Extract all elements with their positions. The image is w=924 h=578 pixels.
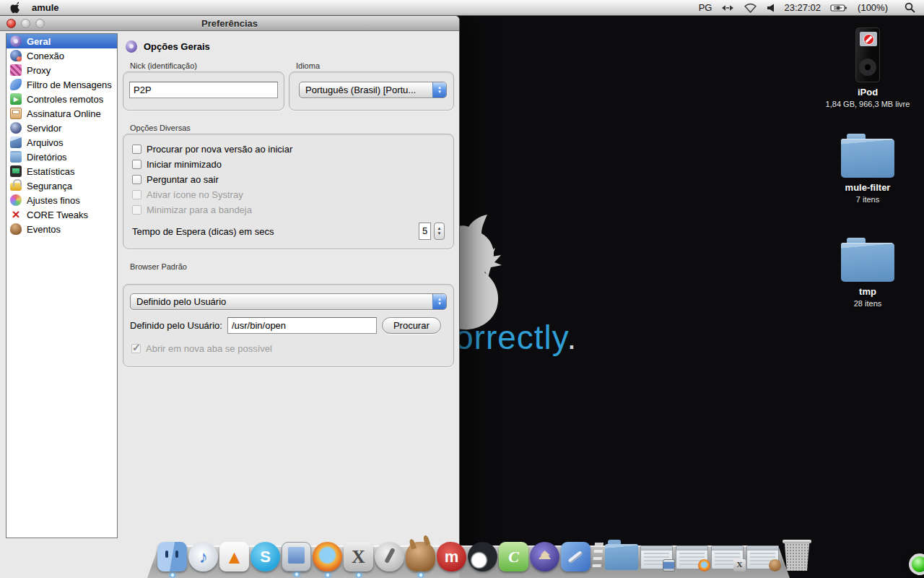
checkbox-row[interactable]: Iniciar minimizado	[132, 158, 446, 170]
proxy-icon	[10, 64, 22, 76]
custom-browser-label: Definido pelo Usuário:	[130, 320, 222, 331]
sidebar-item-label: Arquivos	[27, 137, 64, 148]
checkbox-row[interactable]: Perguntar ao sair	[132, 173, 446, 185]
desktop-icon-sublabel: 1,84 GB, 966,3 MB livre	[817, 100, 918, 108]
connection-icon	[10, 50, 22, 61]
apple-logo-icon	[10, 1, 20, 14]
titlebar[interactable]: Preferências	[0, 16, 459, 31]
sidebar-item-eventos[interactable]: Eventos	[6, 222, 117, 236]
stepper-arrows[interactable]: ▲▼	[434, 223, 445, 240]
apple-menu[interactable]	[10, 1, 20, 14]
checkbox-label: Minimizar para a bandeja	[147, 204, 252, 215]
language-popup[interactable]: Português (Brasil) [Portu... ▲▼	[299, 82, 447, 98]
amule-badge-icon	[769, 559, 781, 571]
amule-icon[interactable]	[406, 542, 435, 571]
vlc-cone-glyph: ▲	[225, 550, 244, 564]
fugu-icon[interactable]	[468, 542, 497, 571]
menubar-app-name[interactable]: amule	[32, 2, 59, 13]
sidebar-item-controles-remotos[interactable]: Controles remotos	[6, 92, 117, 106]
sidebar-item-proxy[interactable]: Proxy	[6, 63, 117, 77]
miro-icon[interactable]: m	[437, 542, 466, 571]
no-entry-icon	[863, 34, 874, 45]
minimized-window[interactable]	[676, 545, 708, 569]
palm-device-icon[interactable]	[282, 542, 311, 571]
checkbox-label: Procurar por nova versão ao iniciar	[147, 144, 292, 155]
palm-device-badge-icon	[663, 559, 675, 571]
dock-folder-icon[interactable]	[605, 544, 638, 570]
sidebar-item-core-tweaks[interactable]: CORE Tweaks	[6, 207, 117, 222]
folder-icon[interactable]	[841, 243, 894, 282]
transmission-icon[interactable]	[375, 542, 404, 571]
firefox-icon[interactable]	[313, 542, 342, 571]
nick-group-label: Nick (identificação)	[130, 61, 284, 70]
desktop-icon-mule-filter[interactable]: mule-filter 7 itens	[817, 139, 918, 204]
sidebar-item-diretorios[interactable]: Diretórios	[6, 150, 117, 164]
checkbox-row-disabled: Ativar ícone no Systray	[132, 189, 446, 200]
sidebar-item-label: Proxy	[27, 65, 51, 76]
minimized-window[interactable]	[746, 545, 779, 569]
airport-off-icon[interactable]	[744, 3, 757, 13]
input-source-menu[interactable]: PG	[699, 2, 712, 13]
xchat-icon[interactable]: X	[344, 542, 373, 571]
checkbox[interactable]	[132, 144, 141, 154]
browser-popup[interactable]: Definido pelo Usuário ▲▼	[130, 293, 447, 310]
ipod-icon[interactable]	[855, 27, 880, 82]
desktop-icon-label: iPod	[817, 87, 918, 98]
custom-browser-input[interactable]	[227, 317, 377, 334]
vlc-icon[interactable]: ▲	[219, 542, 249, 571]
running-indicator	[324, 573, 331, 577]
battery-percentage: (100%)	[858, 2, 888, 13]
spotlight-icon[interactable]	[905, 2, 915, 13]
browse-button[interactable]: Procurar	[382, 317, 441, 334]
core-tweaks-icon	[10, 209, 22, 220]
checkbox[interactable]	[132, 160, 141, 169]
x11-badge-icon: X	[733, 559, 746, 571]
checkbox-row[interactable]: Procurar por nova versão ao iniciar	[132, 143, 446, 155]
sidebar-item-conexao[interactable]: Conexão	[6, 48, 117, 63]
sidebar-item-assinatura-online[interactable]: Assinatura Online	[6, 106, 117, 121]
trash-icon[interactable]	[783, 540, 811, 571]
sidebar-item-label: Servidor	[27, 123, 61, 134]
checkbox-label: Iniciar minimizado	[147, 159, 222, 170]
itunes-icon[interactable]: ♪	[188, 542, 218, 571]
message-filter-icon	[10, 79, 22, 90]
sidebar-item-filtro-de-mensagens[interactable]: Filtro de Mensagens	[6, 77, 117, 92]
tooltip-delay-label: Tempo de Espera (dicas) em secs	[132, 226, 274, 237]
sidebar-item-ajustes-finos[interactable]: Ajustes finos	[6, 193, 117, 207]
wallpaper-text-blue: orrectly	[455, 319, 567, 356]
checkbox[interactable]	[132, 175, 141, 184]
close-button[interactable]	[6, 19, 16, 28]
volume-icon[interactable]	[767, 3, 775, 13]
xcode-icon[interactable]	[561, 542, 590, 571]
popup-arrows-icon: ▲▼	[432, 294, 446, 309]
keyboard-arrows-icon[interactable]	[721, 3, 734, 13]
sidebar-item-seguranca[interactable]: Segurança	[6, 178, 117, 193]
sidebar-item-geral[interactable]: Geral	[6, 34, 117, 48]
running-indicator	[417, 573, 424, 577]
desktop-icon-tmp[interactable]: tmp 28 itens	[817, 243, 918, 308]
minimized-window[interactable]	[640, 545, 673, 569]
coteditor-icon[interactable]: C	[499, 542, 528, 571]
checkbox-label: Perguntar ao sair	[147, 174, 219, 185]
green-status-orb[interactable]	[909, 553, 924, 575]
sidebar-item-label: CORE Tweaks	[27, 210, 88, 220]
finder-icon[interactable]	[157, 542, 187, 571]
misc-group-label: Opções Diversas	[130, 124, 454, 132]
minimized-window[interactable]: X	[711, 545, 744, 569]
galleon-app-icon[interactable]	[530, 542, 559, 571]
popup-arrows-icon: ▲▼	[432, 82, 446, 98]
nick-input[interactable]	[129, 82, 278, 98]
sidebar-item-servidor[interactable]: Servidor	[6, 121, 117, 135]
misc-group: Procurar por nova versão ao iniciar Inic…	[123, 134, 454, 249]
itunes-glyph: ♪	[199, 547, 208, 567]
tooltip-delay-value[interactable]: 5	[419, 223, 431, 240]
wallpaper-text: orrectly.	[455, 318, 577, 357]
battery-charging-icon[interactable]	[830, 3, 848, 13]
folder-icon[interactable]	[841, 139, 894, 178]
sidebar-item-estatisticas[interactable]: Estatísticas	[6, 164, 117, 178]
sidebar-item-arquivos[interactable]: Arquivos	[6, 135, 117, 150]
skype-icon[interactable]: S	[250, 542, 280, 571]
menubar-clock[interactable]: 23:27:02	[784, 2, 821, 13]
desktop-icon-ipod[interactable]: iPod 1,84 GB, 966,3 MB livre	[817, 27, 918, 108]
events-icon	[10, 223, 22, 235]
